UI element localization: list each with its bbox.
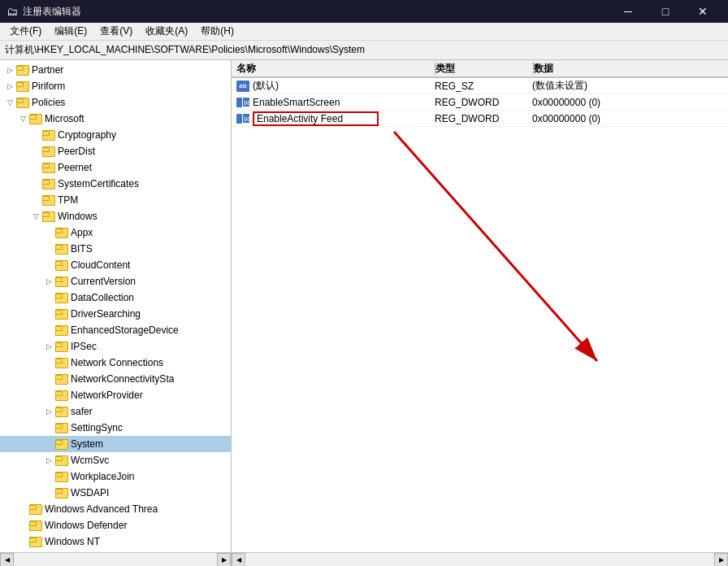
edit-input-enableactivityfeed[interactable] bbox=[253, 111, 379, 126]
tree-item-workplacejoin[interactable]: WorkplaceJoin bbox=[0, 468, 231, 485]
tree-item-networkprovider[interactable]: NetworkProvider bbox=[0, 387, 231, 403]
expand-networkconnections bbox=[42, 356, 55, 369]
folder-icon-driversearching bbox=[55, 308, 68, 320]
folder-icon-enhancedstorage bbox=[55, 324, 68, 336]
tree-item-windowsdefender[interactable]: Windows Defender bbox=[0, 517, 231, 533]
tree-item-appx[interactable]: Appx bbox=[0, 224, 231, 241]
tree-item-cryptography[interactable]: Cryptography bbox=[0, 127, 231, 143]
tree-item-policies[interactable]: ▽ Policies bbox=[0, 94, 231, 111]
tree-label-systemcerts: SystemCertificates bbox=[58, 178, 139, 189]
cell-type-enableactivityfeed: REG_DWORD bbox=[435, 113, 532, 124]
tree-horizontal-scrollbar[interactable]: ◀ ▶ bbox=[0, 552, 231, 566]
right-panel: 名称 类型 数据 ab (默认) REG_SZ (数值未设置) bbox=[232, 60, 728, 566]
tree-item-safer[interactable]: ▷ safer bbox=[0, 403, 231, 420]
expand-piriform[interactable]: ▷ bbox=[3, 80, 16, 93]
maximize-button[interactable]: □ bbox=[647, 0, 684, 23]
tree-item-windowsadvancedthreat[interactable]: Windows Advanced Threa bbox=[0, 501, 231, 517]
tree-item-systemcertificates[interactable]: SystemCertificates bbox=[0, 176, 231, 192]
tree-content: ▷ Partner ▷ Piriform ▽ bbox=[0, 60, 231, 552]
expand-windows[interactable]: ▽ bbox=[29, 210, 42, 223]
tree-item-piriform[interactable]: ▷ Piriform bbox=[0, 78, 231, 94]
tree-item-bits[interactable]: BITS bbox=[0, 241, 231, 257]
tree-item-ipsec[interactable]: ▷ IPSec bbox=[0, 338, 231, 355]
svg-text:00: 00 bbox=[244, 116, 249, 123]
reg-name-enablesmartscreen: EnableSmartScreen bbox=[253, 97, 340, 108]
folder-icon-peernet bbox=[42, 162, 55, 173]
reg-icon-dword-enablesmartscreen: 00 bbox=[236, 97, 249, 108]
expand-tpm bbox=[29, 194, 42, 207]
minimize-button[interactable]: ─ bbox=[609, 0, 647, 23]
folder-icon-bits bbox=[55, 243, 68, 255]
tree-item-currentversion[interactable]: ▷ CurrentVersion bbox=[0, 273, 231, 290]
menu-favorites[interactable]: 收藏夹(A) bbox=[139, 23, 194, 40]
tree-item-microsoft[interactable]: ▽ Microsoft bbox=[0, 111, 231, 127]
tree-item-windows[interactable]: ▽ Windows bbox=[0, 208, 231, 224]
tree-item-wsdapi[interactable]: WSDAPI bbox=[0, 485, 231, 501]
menu-view[interactable]: 查看(V) bbox=[93, 23, 139, 40]
tree-item-peernet[interactable]: Peernet bbox=[0, 159, 231, 176]
menu-help[interactable]: 帮助(H) bbox=[194, 23, 240, 40]
tree-item-partner[interactable]: ▷ Partner bbox=[0, 62, 231, 78]
table-row-default[interactable]: ab (默认) REG_SZ (数值未设置) bbox=[232, 78, 728, 94]
expand-networkconnectivitysta bbox=[42, 372, 55, 385]
tree-label-system: System bbox=[71, 438, 103, 450]
expand-peernet bbox=[29, 161, 42, 174]
folder-icon-partner bbox=[16, 64, 29, 76]
main-content: ▷ Partner ▷ Piriform ▽ bbox=[0, 60, 728, 566]
right-scroll-right-btn[interactable]: ▶ bbox=[714, 553, 728, 567]
expand-partner[interactable]: ▷ bbox=[3, 63, 16, 76]
expand-currentversion[interactable]: ▷ bbox=[42, 275, 55, 288]
close-button[interactable]: ✕ bbox=[684, 0, 722, 23]
tree-item-enhancedstorage[interactable]: EnhancedStorageDevice bbox=[0, 322, 231, 338]
folder-icon-microsoft bbox=[29, 113, 42, 124]
tree-label-wsdapi: WSDAPI bbox=[71, 487, 109, 499]
tree-item-wcmsvc[interactable]: ▷ WcmSvc bbox=[0, 452, 231, 468]
expand-peerdist bbox=[29, 145, 42, 158]
tree-label-enhancedstorage: EnhancedStorageDevice bbox=[71, 324, 179, 336]
expand-safer[interactable]: ▷ bbox=[42, 405, 55, 418]
expand-microsoft[interactable]: ▽ bbox=[16, 112, 29, 125]
tree-label-currentversion: CurrentVersion bbox=[71, 276, 136, 287]
tree-item-windowsnt[interactable]: Windows NT bbox=[0, 533, 231, 550]
expand-ipsec[interactable]: ▷ bbox=[42, 340, 55, 353]
reg-icon-dword-enableactivityfeed: 00 bbox=[236, 113, 249, 124]
folder-icon-piriform bbox=[16, 81, 29, 92]
menu-file[interactable]: 文件(F) bbox=[3, 23, 48, 40]
tree-label-safer: safer bbox=[71, 406, 93, 417]
tree-label-settingsync: SettingSync bbox=[71, 422, 123, 433]
table-row-enableactivityfeed[interactable]: 00 REG_DWORD 0x00000000 (0) bbox=[232, 111, 728, 127]
expand-systemcerts bbox=[29, 177, 42, 190]
tree-item-driversearching[interactable]: DriverSearching bbox=[0, 306, 231, 322]
folder-icon-policies bbox=[16, 97, 29, 108]
tree-label-networkprovider: NetworkProvider bbox=[71, 390, 143, 401]
tree-item-settingsync[interactable]: SettingSync bbox=[0, 420, 231, 436]
tree-item-system[interactable]: System bbox=[0, 436, 231, 452]
scroll-right-btn[interactable]: ▶ bbox=[217, 553, 231, 567]
folder-icon-networkprovider bbox=[55, 390, 68, 401]
tree-item-datacollection[interactable]: DataCollection bbox=[0, 290, 231, 306]
folder-icon-system bbox=[55, 438, 68, 450]
tree-item-cloudcontent[interactable]: CloudContent bbox=[0, 257, 231, 273]
tree-item-networkconnectivitysta[interactable]: NetworkConnectivitySta bbox=[0, 371, 231, 387]
tree-label-windowsadvancedthreat: Windows Advanced Threa bbox=[45, 503, 158, 515]
menu-edit[interactable]: 编辑(E) bbox=[48, 23, 93, 40]
table-row-enablesmartscreen[interactable]: 00 EnableSmartScreen REG_DWORD 0x0000000… bbox=[232, 94, 728, 111]
scroll-left-btn[interactable]: ◀ bbox=[0, 553, 14, 567]
folder-icon-windowsadvancedthreat bbox=[29, 503, 42, 515]
expand-bits bbox=[42, 242, 55, 255]
tree-item-tpm[interactable]: TPM bbox=[0, 192, 231, 208]
expand-policies[interactable]: ▽ bbox=[3, 96, 16, 109]
expand-driversearching bbox=[42, 307, 55, 320]
folder-icon-cryptography bbox=[42, 129, 55, 141]
right-horizontal-scrollbar[interactable]: ◀ ▶ bbox=[232, 552, 728, 566]
tree-item-peerdist[interactable]: PeerDist bbox=[0, 143, 231, 159]
tree-label-windows: Windows bbox=[58, 211, 98, 222]
expand-enhancedstorage bbox=[42, 324, 55, 337]
expand-wcmsvc[interactable]: ▷ bbox=[42, 454, 55, 467]
folder-icon-currentversion bbox=[55, 276, 68, 287]
folder-icon-wsdapi bbox=[55, 487, 68, 499]
tree-item-networkconnections[interactable]: Network Connections bbox=[0, 355, 231, 371]
right-scroll-left-btn[interactable]: ◀ bbox=[232, 553, 245, 567]
tree-label-ipsec: IPSec bbox=[71, 341, 97, 352]
expand-windowsdefender bbox=[16, 519, 29, 532]
